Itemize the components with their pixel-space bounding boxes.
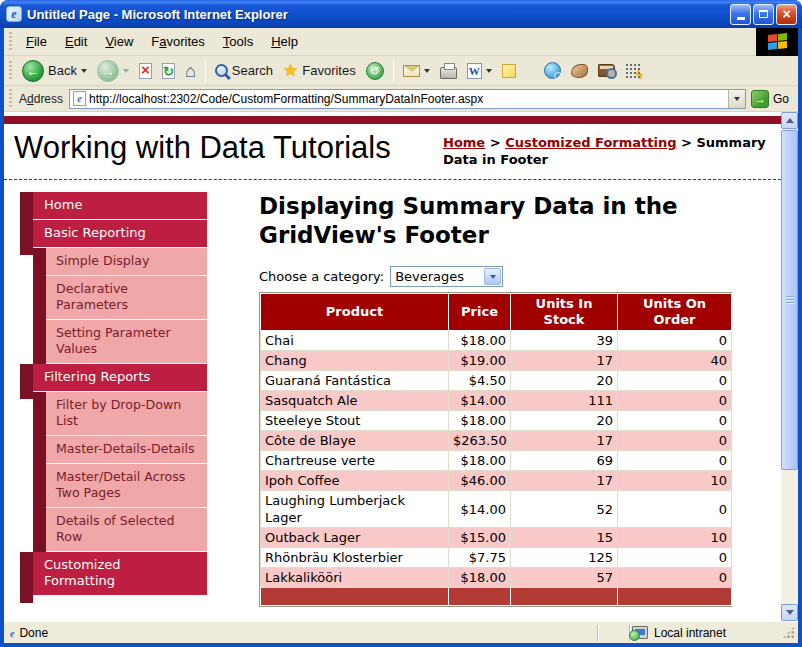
favorites-label: Favorites <box>302 63 355 78</box>
sidebar-item-label: Master-Details-Details <box>46 436 207 464</box>
search-button[interactable]: Search <box>210 61 278 80</box>
sidebar-item-setting-parameter-values[interactable]: Setting Parameter Values <box>20 320 207 364</box>
window-title: Untitled Page - Microsoft Internet Explo… <box>27 7 730 22</box>
table-cell: $46.00 <box>449 471 511 491</box>
go-arrow-icon: → <box>751 90 769 108</box>
menu-item-help[interactable]: Help <box>262 30 307 53</box>
table-cell: $7.75 <box>449 548 511 568</box>
ie-logo-icon: e <box>6 6 22 22</box>
table-cell: $4.50 <box>449 371 511 391</box>
menu-item-edit[interactable]: Edit <box>56 30 96 53</box>
sidebar-item-home[interactable]: Home <box>20 192 207 220</box>
table-cell: Chang <box>261 351 449 371</box>
menu-item-tools[interactable]: Tools <box>214 30 262 53</box>
page-content: Working with Data Tutorials Home > Custo… <box>4 112 798 621</box>
mail-button[interactable] <box>398 63 435 79</box>
sidebar-item-label: Filtering Reports <box>33 364 207 392</box>
menubar-grip[interactable] <box>9 32 12 52</box>
sidebar-item-simple-display[interactable]: Simple Display <box>20 248 207 276</box>
breadcrumb-separator: > <box>677 135 697 150</box>
sidebar-item-filter-by-drop-down-list[interactable]: Filter by Drop-Down List <box>20 392 207 436</box>
page-icon: e <box>73 91 86 106</box>
table-cell: Guaraná Fantástica <box>261 371 449 391</box>
print-icon <box>440 67 457 79</box>
scroll-down-button[interactable] <box>781 604 798 621</box>
sidebar-item-master-details-details[interactable]: Master-Details-Details <box>20 436 207 464</box>
scroll-up-button[interactable] <box>781 112 798 129</box>
table-cell: 40 <box>618 351 732 371</box>
stop-icon <box>139 63 152 79</box>
sidebar-item-tab <box>33 320 46 364</box>
refresh-button[interactable] <box>157 61 180 81</box>
column-header: Units In Stock <box>511 294 618 331</box>
resize-grip-icon[interactable] <box>782 626 795 639</box>
research-tool-button[interactable] <box>566 62 593 80</box>
thumb-grip-icon <box>786 296 794 305</box>
menu-item-file[interactable]: File <box>17 30 56 53</box>
sidebar-item-tab <box>33 276 46 320</box>
sidebar-item-master-detail-across-two-pages[interactable]: Master/Detail Across Two Pages <box>20 464 207 508</box>
edit-with-word-icon: W <box>467 63 482 79</box>
sidebar-item-details-of-selected-row[interactable]: Details of Selected Row <box>20 508 207 552</box>
home-button[interactable]: ⌂ <box>180 60 201 82</box>
scrollbar-thumb[interactable] <box>781 130 798 470</box>
table-cell: Ipoh Coffee <box>261 471 449 491</box>
sidebar-item-basic-reporting[interactable]: Basic Reporting <box>20 220 207 248</box>
discuss-button[interactable] <box>497 62 521 80</box>
sidebar-item-tab <box>20 364 33 392</box>
breadcrumb-link[interactable]: Customized Formatting <box>505 135 676 150</box>
site-title: Working with Data Tutorials <box>14 130 391 166</box>
table-cell: 69 <box>511 451 618 471</box>
toolbar-grip[interactable] <box>9 61 12 81</box>
address-field[interactable]: e <box>69 89 746 109</box>
table-cell: 10 <box>618 528 732 548</box>
minimize-button[interactable] <box>730 4 751 25</box>
globe-tool-button[interactable] <box>539 60 566 81</box>
stop-button[interactable] <box>134 61 157 81</box>
favorites-star-icon: ★ <box>283 62 298 79</box>
maximize-button[interactable] <box>753 4 774 25</box>
select-dropdown-button[interactable] <box>484 268 501 285</box>
page-top-strip <box>4 116 781 124</box>
table-cell: $15.00 <box>449 528 511 548</box>
table-row: Côte de Blaye$263.50170 <box>261 431 732 451</box>
sidebar-item-customized-formatting[interactable]: Customized Formatting <box>20 552 207 596</box>
breadcrumb-link[interactable]: Home <box>443 135 485 150</box>
back-button[interactable]: ← Back <box>17 58 92 84</box>
print-button[interactable] <box>435 61 462 81</box>
favorites-button[interactable]: ★ Favorites <box>278 60 361 81</box>
table-cell: 39 <box>511 331 618 351</box>
address-input[interactable] <box>86 92 728 106</box>
table-footer-cell <box>449 588 511 606</box>
windows-flag <box>768 33 787 50</box>
addressbar-grip[interactable] <box>9 89 12 109</box>
reference-tool-button[interactable] <box>593 62 620 79</box>
category-select[interactable]: Beverages <box>390 266 503 287</box>
column-header: Units On Order <box>618 294 732 331</box>
table-row: Guaraná Fantástica$4.50200 <box>261 371 732 391</box>
go-label: Go <box>773 92 789 106</box>
sidebar-item-tab <box>20 552 33 596</box>
local-intranet-icon <box>632 626 648 639</box>
debugger-tool-button[interactable] <box>620 61 646 81</box>
status-left-panel: e Done <box>10 626 596 640</box>
edit-button[interactable]: W <box>462 61 497 81</box>
sidebar-item-filtering-reports[interactable]: Filtering Reports <box>20 364 207 392</box>
vertical-scrollbar[interactable] <box>781 112 798 621</box>
table-header: ProductPriceUnits In StockUnits On Order <box>261 294 732 331</box>
sidebar-item-declarative-parameters[interactable]: Declarative Parameters <box>20 276 207 320</box>
status-separator <box>597 625 599 641</box>
status-bar: e Done Local intranet <box>4 621 798 643</box>
close-button[interactable]: × <box>776 4 797 25</box>
sidebar-item-label: Details of Selected Row <box>46 508 207 552</box>
maximize-icon <box>759 10 768 18</box>
back-label: Back <box>48 63 77 78</box>
menu-item-view[interactable]: View <box>96 30 142 53</box>
table-footer-row <box>261 588 732 606</box>
forward-button[interactable]: → <box>92 58 134 84</box>
go-button[interactable]: → Go <box>746 90 794 108</box>
products-table: ProductPriceUnits In StockUnits On Order… <box>260 293 732 606</box>
history-button[interactable]: ↺ <box>361 60 389 82</box>
menu-item-favorites[interactable]: Favorites <box>142 30 213 53</box>
address-dropdown-button[interactable] <box>728 90 745 108</box>
